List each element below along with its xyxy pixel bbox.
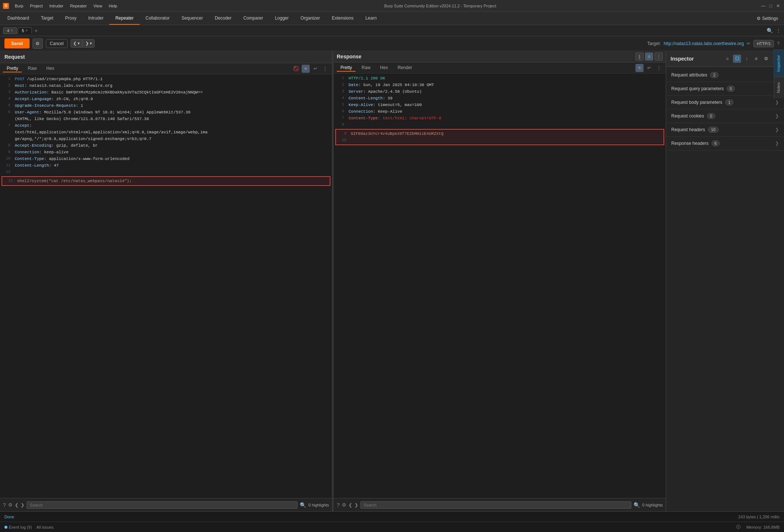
inspector-req-cookies-badge: 0 <box>707 113 715 119</box>
request-help-icon[interactable]: ? <box>3 502 6 508</box>
inspector-split-icon[interactable]: ≠ <box>752 55 760 63</box>
request-highlighted-block: 13 shell=system("cat /etc/natas_webpass/… <box>1 176 330 186</box>
response-layout-icon-1[interactable]: ‖ <box>635 52 644 61</box>
tab-comparer[interactable]: Comparer <box>237 12 269 25</box>
request-tab-pretty[interactable]: Pretty <box>3 65 22 72</box>
request-more-icon[interactable]: ⋮ <box>321 65 329 73</box>
request-format-icon[interactable]: ≡ <box>302 65 310 73</box>
title-bar-left: B Burp Project Intruder Repeater View He… <box>3 3 120 9</box>
add-tab-button[interactable]: + <box>33 27 40 34</box>
menu-intruder[interactable]: Intruder <box>47 3 67 9</box>
nav-tabs: Dashboard Target Proxy Intruder Repeater… <box>0 12 784 25</box>
tab-learn[interactable]: Learn <box>359 12 383 25</box>
help-icon[interactable]: ? <box>777 41 780 46</box>
tab-dashboard[interactable]: Dashboard <box>1 12 35 25</box>
http-version-button[interactable]: HTTP/1 <box>753 40 774 47</box>
response-code-area[interactable]: 1 HTTP/1.1 200 OK 2 Date: Sun, 19 Jan 20… <box>334 74 666 498</box>
inspector-section-header-req-query[interactable]: Request query parameters 0 ❯ <box>666 82 784 95</box>
tab-sequencer[interactable]: Sequencer <box>176 12 209 25</box>
close-tab-5-icon[interactable]: × <box>26 28 28 33</box>
inspector-section-header-req-cookies[interactable]: Request cookies 0 ❯ <box>666 109 784 123</box>
minimize-button[interactable]: — <box>760 3 766 9</box>
tab-logger[interactable]: Logger <box>269 12 295 25</box>
response-layout-icon-2[interactable]: ≡ <box>645 52 653 61</box>
response-format-icon[interactable]: ≡ <box>635 64 644 72</box>
inspector-grid-icon[interactable]: ☐ <box>733 55 741 63</box>
tab-extensions[interactable]: Extensions <box>326 12 360 25</box>
menu-help[interactable]: Help <box>106 3 120 9</box>
request-search-magnifier-icon[interactable]: 🔍 <box>300 502 306 508</box>
maximize-button[interactable]: □ <box>768 3 774 9</box>
tab-intruder[interactable]: Intruder <box>82 12 109 25</box>
response-search-back-icon[interactable]: ❮ <box>349 502 352 508</box>
inspector-section-header-req-attr[interactable]: Request attributes 2 ❯ <box>666 68 784 82</box>
inspector-settings-icon[interactable]: ⚙ <box>762 55 770 63</box>
all-issues-label[interactable]: All issues <box>36 525 53 529</box>
response-search-gear-icon[interactable]: ⚙ <box>342 502 346 508</box>
send-button[interactable]: Send <box>4 38 30 48</box>
inspector-resp-headers-label: Response headers <box>671 141 709 146</box>
req-line-12: 12 <box>0 169 332 175</box>
response-search-magnifier-icon[interactable]: 🔍 <box>634 502 640 508</box>
request-code-area[interactable]: 1 POST /upload/ztmorpmq8a.php HTTP/1.1 2… <box>0 74 332 498</box>
inspector-section-header-req-body[interactable]: Request body parameters 1 ❯ <box>666 96 784 109</box>
inspector-section-header-resp-headers[interactable]: Response headers 6 ❯ <box>666 137 784 150</box>
menu-repeater[interactable]: Repeater <box>67 3 89 9</box>
side-tab-inspector[interactable]: Inspector <box>774 50 784 77</box>
menu-project[interactable]: Project <box>27 3 45 9</box>
nav-right: ⚙ Settings <box>754 12 784 25</box>
response-search-forward-icon[interactable]: ❯ <box>354 502 358 508</box>
request-search-forward-icon[interactable]: ❯ <box>21 502 24 508</box>
repeater-tab-4[interactable]: 4 × <box>3 27 17 34</box>
event-log-label[interactable]: Event log (9) <box>9 525 32 529</box>
response-tab-render[interactable]: Render <box>394 64 416 72</box>
next-request-button[interactable]: ❯ ▾ <box>83 39 95 48</box>
menu-view[interactable]: View <box>91 3 105 9</box>
tab-search-area: 🔍 ⋮ <box>767 28 781 34</box>
request-tab-hex[interactable]: Hex <box>43 65 58 72</box>
request-no-intercept-icon[interactable]: 🚫 <box>292 65 300 73</box>
req-line-1: 1 POST /upload/ztmorpmq8a.php HTTP/1.1 <box>0 76 332 82</box>
edit-target-icon[interactable]: ✏ <box>747 41 750 46</box>
inspector-resp-headers-chevron: ❯ <box>775 141 779 146</box>
request-search-gear-icon[interactable]: ⚙ <box>8 502 13 508</box>
inspector-list-icon[interactable]: ≡ <box>723 55 732 63</box>
menu-burp[interactable]: Burp <box>12 3 26 9</box>
response-help-icon[interactable]: ? <box>337 502 340 508</box>
request-indent-icon[interactable]: ↵ <box>311 65 319 73</box>
tab-collaborator[interactable]: Collaborator <box>140 12 176 25</box>
response-layout-icon-3[interactable]: ⋮ <box>655 52 663 61</box>
response-tab-pretty[interactable]: Pretty <box>337 64 356 72</box>
prev-request-button[interactable]: ❮ ▾ <box>71 39 82 48</box>
repeater-tab-5[interactable]: 5 × <box>18 27 32 34</box>
request-search-input[interactable] <box>27 501 298 509</box>
tab-decoder[interactable]: Decoder <box>209 12 237 25</box>
tab-organizer[interactable]: Organizer <box>295 12 326 25</box>
settings-icon-button[interactable]: ⚙ <box>33 38 43 49</box>
response-tab-hex[interactable]: Hex <box>376 64 391 72</box>
response-more-icon[interactable]: ⋮ <box>655 64 663 72</box>
req-line-3: 3 Authorization: Basic bmF0YXMxMzp0cmJzN… <box>0 89 332 96</box>
tab-target[interactable]: Target <box>35 12 59 25</box>
inspector-resp-headers-badge: 6 <box>712 140 720 146</box>
response-tab-raw[interactable]: Raw <box>358 64 374 72</box>
response-search-input[interactable] <box>360 501 632 509</box>
request-panel-title: Request <box>0 51 332 63</box>
settings-button[interactable]: ⚙ Settings <box>754 14 781 23</box>
tab-repeater[interactable]: Repeater <box>109 12 139 25</box>
request-tab-raw[interactable]: Raw <box>24 65 40 72</box>
side-tab-notes[interactable]: Notes <box>774 77 784 98</box>
response-indent-icon[interactable]: ↵ <box>645 64 653 72</box>
inspector-body: Request attributes 2 ❯ Request query par… <box>666 67 784 511</box>
inspector-section-header-req-headers[interactable]: Request headers 10 ❯ <box>666 123 784 136</box>
cancel-button[interactable]: Cancel <box>46 39 68 48</box>
resp-line-8: 8 <box>334 122 666 128</box>
response-panel-title: Response <box>337 54 362 59</box>
more-options-icon[interactable]: ⋮ <box>776 28 781 34</box>
tab-proxy[interactable]: Proxy <box>59 12 82 25</box>
inspector-sort-icon[interactable]: ↕ <box>743 55 751 63</box>
close-tab-4-icon[interactable]: × <box>11 28 13 33</box>
request-search-back-icon[interactable]: ❮ <box>15 502 18 508</box>
search-tabs-icon[interactable]: 🔍 <box>767 28 773 34</box>
close-button[interactable]: ✕ <box>775 3 781 9</box>
